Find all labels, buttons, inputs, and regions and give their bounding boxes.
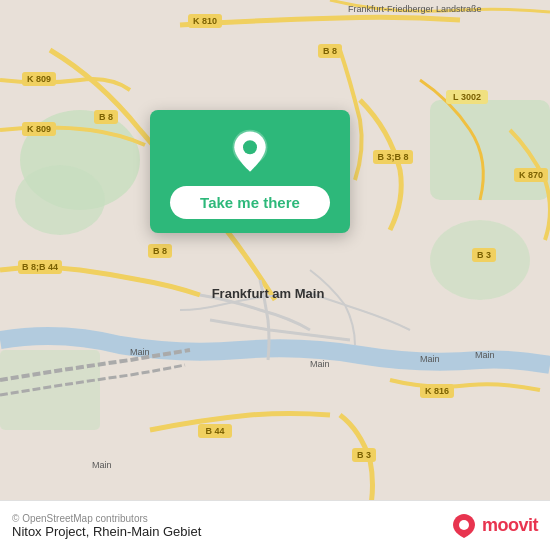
location-pin-icon	[226, 128, 274, 176]
svg-text:B 8: B 8	[99, 112, 113, 122]
svg-text:B 8: B 8	[323, 46, 337, 56]
svg-text:Main: Main	[420, 354, 440, 364]
take-me-there-button[interactable]: Take me there	[170, 186, 330, 219]
svg-text:Main: Main	[475, 350, 495, 360]
svg-text:B 8: B 8	[153, 246, 167, 256]
svg-text:K 809: K 809	[27, 74, 51, 84]
svg-text:Main: Main	[310, 359, 330, 369]
svg-text:K 816: K 816	[425, 386, 449, 396]
popup-card: Take me there	[150, 110, 350, 233]
svg-text:L 3002: L 3002	[453, 92, 481, 102]
svg-text:B 3: B 3	[477, 250, 491, 260]
bottom-left-info: © OpenStreetMap contributors Nitox Proje…	[12, 513, 201, 539]
location-name: Nitox Project, Rhein-Main Gebiet	[12, 524, 201, 539]
svg-text:K 809: K 809	[27, 124, 51, 134]
svg-point-2	[15, 165, 105, 235]
bottom-bar: © OpenStreetMap contributors Nitox Proje…	[0, 500, 550, 550]
svg-text:B 8;B 44: B 8;B 44	[22, 262, 58, 272]
map-attribution: © OpenStreetMap contributors	[12, 513, 201, 524]
svg-text:B 3: B 3	[357, 450, 371, 460]
moovit-brand-text: moovit	[482, 515, 538, 536]
svg-text:Frankfurt-Friedberger Landstra: Frankfurt-Friedberger Landstraße	[348, 4, 482, 14]
svg-rect-3	[430, 100, 550, 200]
svg-text:B 3;B 8: B 3;B 8	[377, 152, 408, 162]
svg-text:K 810: K 810	[193, 16, 217, 26]
svg-text:Frankfurt am Main: Frankfurt am Main	[212, 286, 325, 301]
map-container: Main Main Main Main	[0, 0, 550, 500]
svg-text:K 870: K 870	[519, 170, 543, 180]
svg-text:Main: Main	[92, 460, 112, 470]
moovit-logo: moovit	[450, 512, 538, 540]
moovit-icon	[450, 512, 478, 540]
svg-point-44	[459, 520, 469, 530]
svg-rect-5	[0, 350, 100, 430]
svg-point-43	[243, 140, 257, 154]
svg-text:B 44: B 44	[205, 426, 224, 436]
